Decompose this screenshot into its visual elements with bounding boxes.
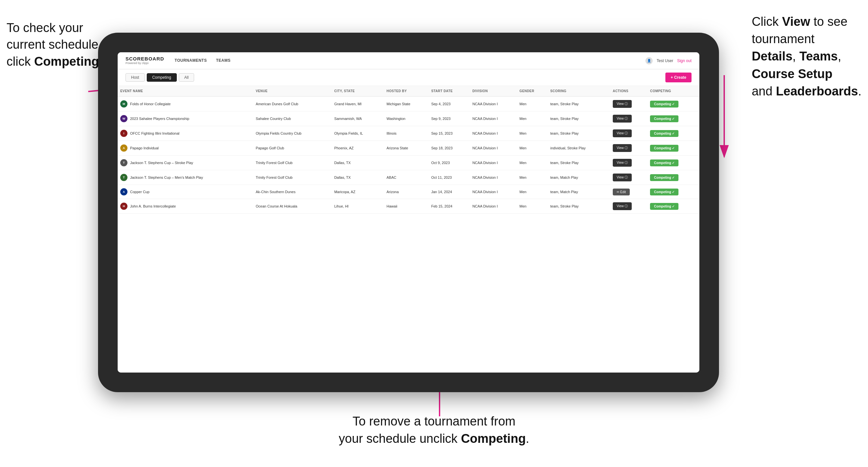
competing-button-7[interactable]: Competing ✓ bbox=[650, 203, 678, 210]
event-name: 2023 Sahalee Players Championship bbox=[130, 117, 189, 121]
actions-cell-3: View ⓘ bbox=[610, 141, 647, 156]
actions-cell-1: View ⓘ bbox=[610, 112, 647, 126]
gender-cell-3: Men bbox=[517, 141, 548, 156]
event-name-cell-2: I OFCC Fighting Illini Invitational bbox=[118, 126, 253, 141]
competing-button-1[interactable]: Competing ✓ bbox=[650, 115, 678, 122]
competing-button-2[interactable]: Competing ✓ bbox=[650, 130, 678, 137]
team-logo: W bbox=[120, 115, 127, 122]
signout-link[interactable]: Sign out bbox=[677, 59, 691, 63]
city-cell-1: Sammamish, WA bbox=[332, 112, 384, 126]
view-button-4[interactable]: View ⓘ bbox=[613, 159, 632, 167]
hosted-by-cell-3: Arizona State bbox=[384, 141, 429, 156]
start-date-cell-5: Oct 11, 2023 bbox=[429, 170, 470, 185]
competing-cell-5: Competing ✓ bbox=[647, 170, 700, 185]
col-division: DIVISION bbox=[470, 86, 517, 96]
start-date-cell-6: Jan 14, 2024 bbox=[429, 185, 470, 199]
tab-host[interactable]: Host bbox=[125, 73, 145, 82]
venue-cell-0: American Dunes Golf Club bbox=[253, 96, 331, 112]
scoring-cell-1: team, Stroke Play bbox=[548, 112, 610, 126]
table-row: A Papago Individual Papago Golf ClubPhoe… bbox=[118, 141, 700, 156]
view-button-3[interactable]: View ⓘ bbox=[613, 144, 632, 152]
competing-button-5[interactable]: Competing ✓ bbox=[650, 174, 678, 181]
actions-cell-6: ✏ Edit bbox=[610, 185, 647, 199]
table-row: T Jackson T. Stephens Cup – Men's Match … bbox=[118, 170, 700, 185]
division-cell-1: NCAA Division I bbox=[470, 112, 517, 126]
event-name: John A. Burns Intercollegiate bbox=[130, 204, 176, 208]
city-cell-0: Grand Haven, MI bbox=[332, 96, 384, 112]
brand-title: SCOREBOARD bbox=[125, 56, 164, 62]
nav-teams[interactable]: TEAMS bbox=[216, 58, 231, 63]
gender-cell-5: Men bbox=[517, 170, 548, 185]
create-button[interactable]: + Create bbox=[665, 72, 691, 82]
tab-competing[interactable]: Competing bbox=[147, 73, 177, 82]
annotation-top-right: Click View to see tournament Details, Te… bbox=[752, 13, 862, 100]
tournaments-table-container: EVENT NAME VENUE CITY, STATE HOSTED BY S… bbox=[118, 86, 700, 373]
city-cell-2: Olympia Fields, IL bbox=[332, 126, 384, 141]
division-cell-4: NCAA Division I bbox=[470, 156, 517, 170]
division-cell-2: NCAA Division I bbox=[470, 126, 517, 141]
actions-cell-7: View ⓘ bbox=[610, 199, 647, 214]
tab-all[interactable]: All bbox=[179, 73, 194, 82]
scoreboard-brand: SCOREBOARD Powered by clippi bbox=[125, 56, 164, 65]
scoring-cell-2: team, Stroke Play bbox=[548, 126, 610, 141]
brand-sub: Powered by clippi bbox=[125, 62, 164, 65]
view-button-5[interactable]: View ⓘ bbox=[613, 174, 632, 181]
annotation-bottom: To remove a tournament from your schedul… bbox=[339, 413, 529, 447]
team-logo: T bbox=[120, 159, 127, 166]
col-scoring: SCORING bbox=[548, 86, 610, 96]
table-row: W 2023 Sahalee Players Championship Saha… bbox=[118, 112, 700, 126]
gender-cell-2: Men bbox=[517, 126, 548, 141]
competing-button-6[interactable]: Competing ✓ bbox=[650, 189, 678, 195]
nav-tournaments[interactable]: TOURNAMENTS bbox=[175, 58, 207, 63]
competing-button-4[interactable]: Competing ✓ bbox=[650, 159, 678, 166]
event-name-cell-0: M Folds of Honor Collegiate bbox=[118, 96, 253, 112]
competing-cell-1: Competing ✓ bbox=[647, 112, 700, 126]
view-button-2[interactable]: View ⓘ bbox=[613, 129, 632, 137]
actions-cell-5: View ⓘ bbox=[610, 170, 647, 185]
team-logo: A bbox=[120, 145, 127, 152]
user-name: Test User bbox=[656, 59, 673, 63]
table-row: T Jackson T. Stephens Cup – Stroke Play … bbox=[118, 156, 700, 170]
event-name: Copper Cup bbox=[130, 190, 149, 194]
event-name-cell-7: H John A. Burns Intercollegiate bbox=[118, 199, 253, 214]
edit-button-6[interactable]: ✏ Edit bbox=[613, 189, 630, 195]
event-name: Jackson T. Stephens Cup – Stroke Play bbox=[130, 161, 193, 165]
col-city-state: CITY, STATE bbox=[332, 86, 384, 96]
col-event-name: EVENT NAME bbox=[118, 86, 253, 96]
scoring-cell-6: team, Match Play bbox=[548, 185, 610, 199]
event-name-cell-5: T Jackson T. Stephens Cup – Men's Match … bbox=[118, 170, 253, 185]
table-row: H John A. Burns Intercollegiate Ocean Co… bbox=[118, 199, 700, 214]
venue-cell-4: Trinity Forest Golf Club bbox=[253, 156, 331, 170]
navbar-left: SCOREBOARD Powered by clippi TOURNAMENTS… bbox=[125, 56, 230, 65]
col-gender: GENDER bbox=[517, 86, 548, 96]
scoring-cell-7: team, Stroke Play bbox=[548, 199, 610, 214]
team-logo: M bbox=[120, 100, 127, 107]
hosted-by-cell-6: Arizona bbox=[384, 185, 429, 199]
event-name-cell-4: T Jackson T. Stephens Cup – Stroke Play bbox=[118, 156, 253, 170]
competing-cell-7: Competing ✓ bbox=[647, 199, 700, 214]
start-date-cell-0: Sep 4, 2023 bbox=[429, 96, 470, 112]
competing-cell-6: Competing ✓ bbox=[647, 185, 700, 199]
competing-button-0[interactable]: Competing ✓ bbox=[650, 101, 678, 107]
view-button-7[interactable]: View ⓘ bbox=[613, 202, 632, 210]
division-cell-6: NCAA Division I bbox=[470, 185, 517, 199]
competing-button-3[interactable]: Competing ✓ bbox=[650, 145, 678, 152]
hosted-by-cell-7: Hawaii bbox=[384, 199, 429, 214]
start-date-cell-3: Sep 18, 2023 bbox=[429, 141, 470, 156]
navbar: SCOREBOARD Powered by clippi TOURNAMENTS… bbox=[118, 52, 700, 69]
event-name-cell-1: W 2023 Sahalee Players Championship bbox=[118, 112, 253, 126]
navbar-right: 👤 Test User Sign out bbox=[646, 57, 691, 64]
tablet-screen: SCOREBOARD Powered by clippi TOURNAMENTS… bbox=[118, 52, 700, 373]
event-name-cell-3: A Papago Individual bbox=[118, 141, 253, 156]
venue-cell-3: Papago Golf Club bbox=[253, 141, 331, 156]
start-date-cell-7: Feb 15, 2024 bbox=[429, 199, 470, 214]
table-row: M Folds of Honor Collegiate American Dun… bbox=[118, 96, 700, 112]
scoring-cell-0: team, Stroke Play bbox=[548, 96, 610, 112]
event-name: Papago Individual bbox=[130, 146, 158, 150]
competing-cell-3: Competing ✓ bbox=[647, 141, 700, 156]
hosted-by-cell-0: Michigan State bbox=[384, 96, 429, 112]
view-button-1[interactable]: View ⓘ bbox=[613, 115, 632, 123]
team-logo: H bbox=[120, 203, 127, 210]
view-button-0[interactable]: View ⓘ bbox=[613, 100, 632, 108]
city-cell-7: Lihue, HI bbox=[332, 199, 384, 214]
